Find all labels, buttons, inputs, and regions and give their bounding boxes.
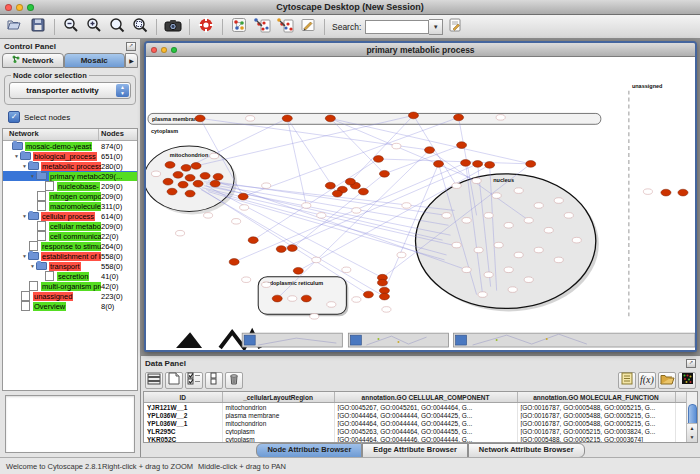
network-node[interactable] bbox=[210, 153, 219, 159]
new-attribute-button[interactable] bbox=[165, 372, 183, 389]
network-node[interactable] bbox=[494, 242, 503, 248]
select-attributes-button[interactable] bbox=[185, 372, 203, 389]
network-canvas[interactable]: plasma membrane cytoplasm mitochondrion … bbox=[146, 57, 695, 350]
table-row[interactable]: YKR052Ccytoplasm[GO:0044464, GO:0044446,… bbox=[144, 435, 690, 443]
network-node[interactable] bbox=[534, 203, 543, 209]
network-node-selected[interactable] bbox=[363, 291, 373, 298]
table-scrollbar-arrows[interactable]: ▲▼ bbox=[687, 423, 697, 442]
background-window-bar[interactable] bbox=[348, 333, 448, 347]
network-node-selected[interactable] bbox=[287, 245, 297, 252]
network-node[interactable] bbox=[504, 223, 513, 229]
tree-row[interactable]: cell communicat22(0) bbox=[3, 231, 137, 241]
network-node-selected[interactable] bbox=[210, 180, 220, 187]
network-node[interactable] bbox=[317, 213, 326, 219]
tab-edge-attribute-browser[interactable]: Edge Attribute Browser bbox=[362, 443, 467, 458]
search-options-button[interactable] bbox=[444, 17, 466, 37]
network-node-selected[interactable] bbox=[526, 161, 536, 168]
network-node-selected[interactable] bbox=[379, 170, 389, 177]
tree-row[interactable]: multi-organism pro42(0) bbox=[3, 281, 137, 291]
network-node-selected[interactable] bbox=[678, 189, 688, 196]
column-header-region[interactable]: _cellularLayoutRegion bbox=[222, 392, 334, 403]
network-node[interactable] bbox=[462, 267, 471, 273]
network-node-selected[interactable] bbox=[377, 279, 387, 286]
network-node[interactable] bbox=[492, 193, 501, 199]
tree-row[interactable]: response to stimulu264(0) bbox=[3, 241, 137, 251]
tree-row[interactable]: nucleobase-209(0) bbox=[3, 181, 137, 191]
network-node[interactable] bbox=[452, 242, 461, 248]
network-node-selected[interactable] bbox=[229, 259, 239, 266]
network-node-selected[interactable] bbox=[200, 172, 210, 179]
network-node-selected[interactable] bbox=[345, 178, 355, 185]
network-node[interactable] bbox=[176, 230, 185, 236]
network-node-selected[interactable] bbox=[193, 180, 203, 187]
heatmap-button[interactable] bbox=[678, 372, 696, 389]
tree-row[interactable]: ▼metabolic process280(0) bbox=[3, 161, 137, 171]
unselect-attributes-button[interactable] bbox=[205, 372, 223, 389]
tree-row[interactable]: ▼transport558(0) bbox=[3, 261, 137, 271]
network-node-selected[interactable] bbox=[181, 164, 191, 171]
tree-column-network[interactable]: Network bbox=[3, 129, 99, 140]
apply-vizmap-button[interactable] bbox=[274, 17, 296, 37]
tab-network[interactable]: Network bbox=[2, 53, 64, 68]
network-node-selected[interactable] bbox=[473, 161, 483, 168]
network-node-selected[interactable] bbox=[454, 114, 464, 121]
column-header-cellular-component[interactable]: annotation.GO CELLULAR_COMPONENT bbox=[334, 392, 517, 403]
network-node[interactable] bbox=[484, 213, 493, 219]
network-node-selected[interactable] bbox=[185, 174, 195, 181]
open-session-button[interactable] bbox=[4, 17, 26, 37]
nucleus-region[interactable] bbox=[415, 174, 595, 309]
tree-row[interactable]: ▼primary metabol209(... bbox=[3, 171, 137, 181]
network-node-selected[interactable] bbox=[163, 178, 173, 185]
network-node-selected[interactable] bbox=[408, 112, 418, 119]
network-node-selected[interactable] bbox=[213, 173, 223, 180]
network-node-selected[interactable] bbox=[293, 267, 303, 274]
network-node-selected[interactable] bbox=[373, 156, 383, 163]
save-session-button[interactable] bbox=[27, 17, 49, 37]
network-node-selected[interactable] bbox=[195, 115, 205, 122]
table-row[interactable]: YPL036W__2plasma membrane[GO:0044464, GO… bbox=[144, 411, 690, 419]
float-panel-icon[interactable]: ↗ bbox=[126, 42, 136, 51]
network-node[interactable] bbox=[514, 188, 523, 194]
network-node[interactable] bbox=[514, 252, 523, 258]
table-row[interactable]: YLR295Ccytoplasm[GO:0045263, GO:0044464,… bbox=[144, 427, 690, 435]
network-node[interactable] bbox=[240, 205, 249, 211]
tab-network-attribute-browser[interactable]: Network Attribute Browser bbox=[468, 443, 585, 458]
network-node[interactable] bbox=[554, 198, 563, 204]
network-node[interactable] bbox=[524, 277, 533, 283]
network-node-selected[interactable] bbox=[191, 163, 201, 170]
network-node[interactable] bbox=[643, 189, 652, 195]
network-node[interactable] bbox=[474, 247, 483, 253]
import-attributes-button[interactable] bbox=[658, 372, 676, 389]
column-header-molecular-function[interactable]: annotation.GO MOLECULAR_FUNCTION bbox=[517, 392, 675, 403]
network-node[interactable] bbox=[462, 218, 471, 224]
network-node[interactable] bbox=[288, 296, 297, 302]
tree-row[interactable]: secretion41(0) bbox=[3, 271, 137, 281]
network-node[interactable] bbox=[352, 208, 361, 214]
float-panel-icon[interactable]: ↗ bbox=[686, 359, 696, 368]
network-node[interactable] bbox=[310, 314, 319, 320]
network-node-selected[interactable] bbox=[379, 293, 389, 300]
network-node[interactable] bbox=[232, 219, 241, 225]
network-node-selected[interactable] bbox=[425, 147, 435, 154]
network-node[interactable] bbox=[312, 257, 321, 263]
zoom-in-button[interactable] bbox=[83, 17, 105, 37]
delete-attribute-button[interactable] bbox=[225, 372, 243, 389]
network-node-selected[interactable] bbox=[301, 295, 311, 302]
network-node[interactable] bbox=[327, 302, 336, 308]
table-row[interactable]: YPL036W__1mitochondrion[GO:0044464, GO:0… bbox=[144, 419, 690, 427]
tree-row[interactable]: unassigned223(0) bbox=[3, 291, 137, 301]
network-node-selected[interactable] bbox=[485, 162, 495, 169]
network-node[interactable] bbox=[484, 272, 493, 278]
network-view-titlebar[interactable]: primary metabolic process bbox=[146, 43, 695, 57]
network-manager-button[interactable] bbox=[228, 17, 250, 37]
network-node[interactable] bbox=[524, 218, 533, 224]
network-node-selected[interactable] bbox=[165, 162, 175, 169]
network-node[interactable] bbox=[262, 183, 271, 189]
network-node[interactable] bbox=[402, 203, 411, 209]
search-input[interactable] bbox=[365, 20, 429, 34]
select-nodes-checkbox[interactable]: ✓ bbox=[8, 111, 20, 123]
network-node-selected[interactable] bbox=[248, 237, 258, 244]
network-node-selected[interactable] bbox=[325, 115, 335, 122]
network-node[interactable] bbox=[442, 213, 451, 219]
network-node[interactable] bbox=[544, 227, 553, 233]
